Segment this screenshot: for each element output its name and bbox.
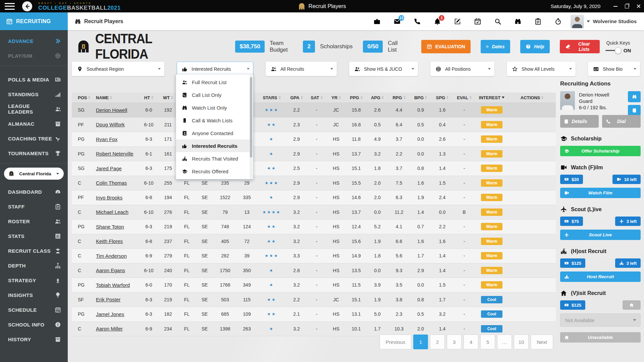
player-link[interactable]: Ryan Fox bbox=[96, 136, 117, 142]
filter-show-all-levels[interactable]: Show All Levels bbox=[507, 62, 576, 76]
player-link[interactable]: Keith Flores bbox=[96, 238, 123, 244]
clear-lists-button[interactable]: Clear Lists bbox=[560, 40, 600, 53]
watch-list-button[interactable] bbox=[628, 91, 641, 102]
sidebar-item-recruit-class[interactable]: RECRUIT CLASS bbox=[0, 243, 68, 258]
binoculars-toolbar-icon[interactable] bbox=[514, 18, 522, 25]
compose-icon[interactable] bbox=[454, 18, 461, 25]
restore-button[interactable] bbox=[621, 0, 633, 12]
sidebar-item-dashboard[interactable]: DASHBOARD bbox=[0, 184, 68, 199]
table-row[interactable]: SGJared Page6-3175★★2.5-HS15.11.83.70.81… bbox=[72, 161, 556, 176]
page-button-10[interactable]: 10 bbox=[514, 335, 529, 349]
dropdown-item-interested-recruits[interactable]: Interested Recruits bbox=[176, 139, 253, 152]
page-button-2[interactable]: 2 bbox=[430, 335, 445, 349]
player-link[interactable]: Jamel Jones bbox=[96, 311, 124, 317]
visit-availability-select[interactable]: Not Available bbox=[560, 313, 641, 327]
sidebar-item-league-leaders[interactable]: LEAGUE LEADERS bbox=[0, 102, 68, 116]
bell-icon[interactable]: 1 bbox=[434, 18, 441, 25]
minimize-button[interactable] bbox=[610, 0, 621, 12]
table-row[interactable]: PFInyo Brooks6-8194FLSE1522335★2.9-HS14.… bbox=[72, 190, 556, 205]
stopwatch-icon[interactable] bbox=[554, 18, 562, 25]
column-header-wt[interactable]: WT bbox=[158, 95, 178, 100]
watch-film-button[interactable]: Watch Film bbox=[560, 188, 641, 198]
dropdown-item-call-watch-lists[interactable]: Call & Watch Lists bbox=[176, 114, 253, 127]
filter-all-recruits[interactable]: All Recruits bbox=[266, 62, 337, 76]
table-row[interactable]: CAaron Miller6-9234FLSE1398263★3.2-HS10.… bbox=[72, 322, 556, 337]
table-row[interactable]: CColin Thomas6-10255FLSE23529★★★2.9-HS15… bbox=[72, 176, 556, 191]
table-row[interactable]: PGTobiah Warford6-0170FLSE1768349★3.2-HS… bbox=[72, 278, 556, 293]
help-button[interactable]: Help bbox=[520, 40, 550, 53]
sidebar-item-schedule[interactable]: SCHEDULE bbox=[0, 302, 68, 317]
offer-scholarship-button[interactable]: Offer Scholarship bbox=[560, 146, 641, 156]
dates-button[interactable]: Dates bbox=[481, 40, 510, 53]
table-row[interactable]: CTim Anderson6-9279FLSE28239★★★3.3-HS14.… bbox=[72, 249, 556, 263]
filter-all-positions[interactable]: All Positions bbox=[430, 62, 494, 76]
dial-button[interactable]: Dial bbox=[602, 115, 641, 128]
visit-unavailable-button[interactable]: Unavailable bbox=[560, 332, 641, 343]
dropdown-item-anyone-contacted[interactable]: Anyone Contacted bbox=[176, 127, 253, 139]
search-icon[interactable] bbox=[494, 18, 501, 25]
dropdown-scrollbar[interactable] bbox=[250, 75, 253, 179]
dropdown-item-full-recruit-list[interactable]: Full Recruit List bbox=[176, 76, 253, 88]
sidebar-item-school-info[interactable]: SCHOOL INFO bbox=[0, 317, 68, 332]
call-list-button[interactable] bbox=[628, 105, 641, 116]
phone-icon[interactable] bbox=[414, 18, 421, 25]
sidebar-item-staff[interactable]: STAFF bbox=[0, 199, 68, 214]
sidebar-item-roster[interactable]: ROSTER bbox=[0, 214, 68, 229]
player-link[interactable]: Robert Neterville bbox=[96, 151, 133, 157]
sidebar-item-history[interactable]: HISTORY bbox=[0, 332, 68, 347]
dropdown-item-recruits-offered[interactable]: Recruits Offered bbox=[176, 165, 253, 178]
next-page-button[interactable]: Next bbox=[531, 335, 553, 349]
sidebar-item-tournaments[interactable]: TOURNAMENTS bbox=[0, 146, 68, 161]
column-header-yr[interactable]: YR bbox=[326, 95, 346, 100]
column-header-actions[interactable]: ACTIONS bbox=[508, 95, 556, 100]
column-header-ht[interactable]: HT bbox=[140, 95, 158, 100]
clipboard-icon[interactable] bbox=[534, 18, 542, 25]
sidebar-item-polls-media[interactable]: POLLS & MEDIA bbox=[0, 72, 68, 87]
menu-icon[interactable] bbox=[5, 3, 15, 10]
player-link[interactable]: Inyo Brooks bbox=[96, 195, 122, 200]
page-button-1[interactable]: 1 bbox=[413, 335, 428, 349]
column-header-rpg[interactable]: RPG bbox=[388, 95, 410, 100]
dropdown-item-recruits-that-visited[interactable]: Recruits That Visited bbox=[176, 152, 253, 165]
host-recruit-button[interactable]: Host Recruit bbox=[560, 272, 641, 282]
sidebar-item-stats[interactable]: STATS bbox=[0, 229, 68, 243]
column-header-stars[interactable]: STARS bbox=[257, 95, 286, 100]
evaluation-button[interactable]: EVALUATION bbox=[421, 40, 471, 53]
sidebar-item-play-sim[interactable]: PLAY/SIM bbox=[0, 48, 68, 63]
column-header-apg[interactable]: APG bbox=[367, 95, 388, 100]
quick-keys-toggle[interactable] bbox=[605, 50, 620, 51]
player-link[interactable]: Tim Anderson bbox=[96, 253, 127, 259]
player-link[interactable]: Aaron Miller bbox=[96, 326, 123, 331]
column-header-pos[interactable]: POS bbox=[72, 95, 89, 100]
table-row[interactable]: SGDerion Howell6-0192★★★2.2-JC15.82.64.4… bbox=[72, 103, 556, 118]
column-header-eval[interactable]: EVAL bbox=[453, 95, 475, 100]
sidebar-item-strategy[interactable]: STRATEGY bbox=[0, 273, 68, 288]
close-button[interactable] bbox=[633, 0, 644, 12]
player-link[interactable]: Jared Page bbox=[96, 166, 122, 171]
table-row[interactable]: PGRyan Fox6-3171★2.9-HS11.84.93.70.02.6-… bbox=[72, 132, 556, 147]
column-header-bpg[interactable]: BPG bbox=[410, 95, 431, 100]
column-header-ppg[interactable]: PPG bbox=[346, 95, 367, 100]
scout-live-button[interactable]: Scout Live bbox=[560, 230, 641, 240]
table-row[interactable]: CKeith Flores6-8237FLSE40572★★3.2-HS15.6… bbox=[72, 234, 556, 249]
player-link[interactable]: Colin Thomas bbox=[96, 180, 127, 186]
sidebar-item-standings[interactable]: STANDINGS bbox=[0, 87, 68, 102]
column-header-gpa[interactable]: GPA bbox=[286, 95, 307, 100]
sidebar-item-depth[interactable]: DEPTH bbox=[0, 258, 68, 273]
sidebar-item-advance[interactable]: ADVANCE bbox=[0, 34, 68, 48]
sidebar-item-almanac[interactable]: ALMANAC bbox=[0, 116, 68, 131]
recruiting-tab[interactable]: RECRUITING bbox=[0, 12, 68, 30]
filter-show-hs-juco[interactable]: Show HS & JUCO bbox=[349, 62, 418, 76]
dropdown-item-watch-list-only[interactable]: Watch List Only bbox=[176, 101, 253, 114]
sidebar-item-coaching-tree[interactable]: COACHING TREE bbox=[0, 131, 68, 146]
page-button-3[interactable]: 3 bbox=[447, 335, 462, 349]
briefcase-icon[interactable] bbox=[373, 18, 381, 25]
table-row[interactable]: CMichael Leach6-10276FLSE7913★★★★3.2-HS1… bbox=[72, 205, 556, 220]
table-row[interactable]: PGJamel Jones6-3182FLSE685109★★2.1-HS13.… bbox=[72, 307, 556, 322]
table-row[interactable]: PFDoug Wilfork6-10211★★2.3-JC16.80.56.40… bbox=[72, 118, 556, 132]
column-header-name[interactable]: NAME bbox=[89, 95, 140, 100]
mail-icon[interactable]: 13 bbox=[393, 18, 401, 25]
player-link[interactable]: Aaron Egans bbox=[96, 267, 125, 273]
user-menu[interactable]: Wolverine Studios bbox=[571, 15, 637, 28]
page-button-4[interactable]: 4 bbox=[464, 335, 478, 349]
